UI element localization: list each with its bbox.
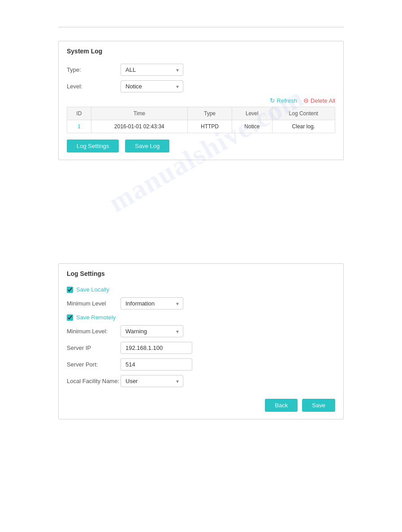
system-log-panel: System Log Type: ALL HTTPD System Networ…	[58, 41, 344, 160]
col-log-content: Log Content	[272, 107, 335, 120]
table-row: 1 2016-01-01 02:43:34 HTTPD Notice Clear…	[67, 120, 335, 133]
min-level-remote-label: Minimum Level:	[67, 328, 121, 335]
id-link[interactable]: 1	[78, 123, 81, 130]
type-label: Type:	[67, 66, 121, 73]
refresh-button[interactable]: ↻ Refresh	[270, 97, 298, 104]
server-ip-input[interactable]	[121, 342, 192, 354]
type-row: Type: ALL HTTPD System Network ▼	[67, 64, 335, 76]
server-port-row: Server Port:	[67, 358, 335, 371]
refresh-label: Refresh	[277, 97, 298, 104]
save-log-button[interactable]: Save Log	[125, 140, 169, 153]
col-level: Level	[232, 107, 272, 120]
delete-all-button[interactable]: ⊖ Delete All	[303, 97, 335, 104]
cell-id: 1	[67, 120, 91, 133]
log-settings-title: Log Settings	[59, 264, 343, 282]
delete-icon: ⊖	[303, 97, 309, 104]
min-level-local-label: Minimum Level	[67, 300, 121, 307]
save-remotely-checkbox-label[interactable]: Save Remotely	[67, 314, 335, 321]
cell-level: Notice	[232, 120, 272, 133]
save-remotely-label: Save Remotely	[76, 314, 116, 321]
local-facility-row: Local Facility Name: User Local0 Local1 …	[67, 375, 335, 387]
log-settings-button[interactable]: Log Settings	[67, 140, 119, 153]
save-remotely-checkbox[interactable]	[67, 314, 73, 321]
cell-log-content: Clear log.	[272, 120, 335, 133]
back-button[interactable]: Back	[265, 399, 298, 412]
cell-time: 2016-01-01 02:43:34	[91, 120, 187, 133]
min-level-local-row: Minimum Level Information Warning Notice…	[67, 297, 335, 310]
log-table: ID Time Type Level Log Content 1 2016-01…	[67, 107, 335, 133]
local-facility-label: Local Facility Name:	[67, 378, 121, 384]
col-type: Type	[187, 107, 232, 120]
spacer	[58, 174, 344, 263]
min-level-remote-row: Minimum Level: Warning Information Notic…	[67, 325, 335, 337]
log-settings-buttons: Back Save	[67, 395, 335, 412]
save-button[interactable]: Save	[302, 399, 335, 412]
min-level-remote-select[interactable]: Warning Information Notice Error	[121, 325, 183, 337]
delete-all-label: Delete All	[311, 97, 335, 104]
log-settings-panel: Log Settings Save Locally Minimum Level …	[58, 263, 344, 419]
refresh-icon: ↻	[270, 97, 275, 104]
col-time: Time	[91, 107, 187, 120]
level-label: Level:	[67, 83, 121, 90]
server-port-label: Server Port:	[67, 361, 121, 368]
server-ip-row: Server IP	[67, 342, 335, 354]
min-level-local-wrapper: Information Warning Notice Error ▼	[121, 297, 183, 310]
level-row: Level: Notice Warning Information Error …	[67, 80, 335, 92]
level-select-wrapper: Notice Warning Information Error ▼	[121, 80, 183, 92]
top-divider	[58, 27, 344, 27]
min-level-remote-wrapper: Warning Information Notice Error ▼	[121, 325, 183, 337]
local-facility-wrapper: User Local0 Local1 Local2 ▼	[121, 375, 183, 387]
log-toolbar: ↻ Refresh ⊖ Delete All	[67, 97, 335, 104]
level-select[interactable]: Notice Warning Information Error	[121, 80, 183, 92]
save-locally-label: Save Locally	[76, 286, 109, 293]
col-id: ID	[67, 107, 91, 120]
local-facility-select[interactable]: User Local0 Local1 Local2	[121, 375, 183, 387]
save-locally-checkbox-label[interactable]: Save Locally	[67, 286, 335, 293]
server-ip-label: Server IP	[67, 344, 121, 351]
system-log-buttons: Log Settings Save Log	[67, 140, 335, 153]
save-locally-checkbox[interactable]	[67, 287, 73, 293]
system-log-title: System Log	[59, 41, 343, 59]
server-port-input[interactable]	[121, 358, 192, 371]
cell-type: HTTPD	[187, 120, 232, 133]
table-header-row: ID Time Type Level Log Content	[67, 107, 335, 120]
min-level-local-select[interactable]: Information Warning Notice Error	[121, 297, 183, 310]
type-select[interactable]: ALL HTTPD System Network	[121, 64, 183, 76]
type-select-wrapper: ALL HTTPD System Network ▼	[121, 64, 183, 76]
